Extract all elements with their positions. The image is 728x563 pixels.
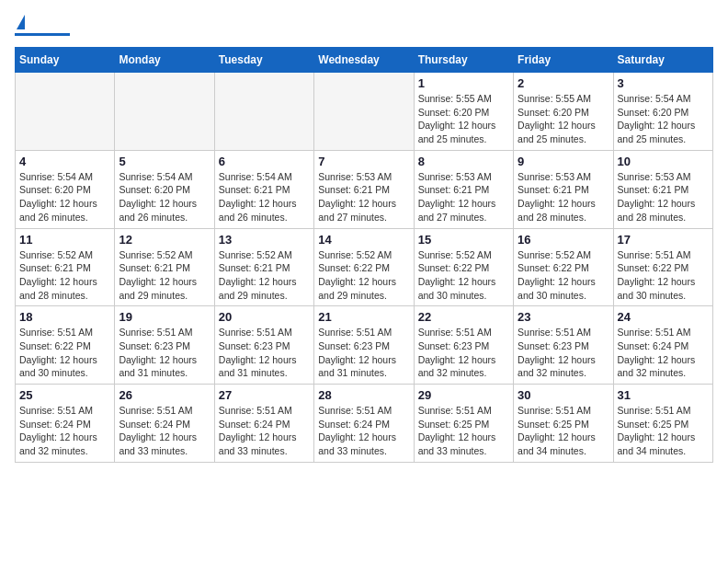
logo-triangle-icon	[17, 15, 25, 29]
calendar-cell	[16, 73, 115, 151]
calendar-cell: 28Sunrise: 5:51 AM Sunset: 6:24 PM Dayli…	[314, 385, 414, 463]
day-number: 21	[318, 310, 409, 324]
calendar-cell: 4Sunrise: 5:54 AM Sunset: 6:20 PM Daylig…	[16, 150, 115, 228]
day-info: Sunrise: 5:51 AM Sunset: 6:23 PM Dayligh…	[418, 326, 509, 380]
day-number: 23	[518, 310, 609, 324]
day-info: Sunrise: 5:51 AM Sunset: 6:24 PM Dayligh…	[219, 404, 310, 458]
day-info: Sunrise: 5:51 AM Sunset: 6:23 PM Dayligh…	[518, 326, 609, 380]
day-info: Sunrise: 5:55 AM Sunset: 6:20 PM Dayligh…	[518, 92, 609, 146]
day-info: Sunrise: 5:51 AM Sunset: 6:24 PM Dayligh…	[119, 404, 210, 458]
day-info: Sunrise: 5:54 AM Sunset: 6:20 PM Dayligh…	[618, 92, 709, 146]
day-info: Sunrise: 5:54 AM Sunset: 6:20 PM Dayligh…	[119, 170, 210, 224]
calendar-cell: 6Sunrise: 5:54 AM Sunset: 6:21 PM Daylig…	[214, 150, 313, 228]
calendar-cell	[314, 73, 414, 151]
calendar-cell: 23Sunrise: 5:51 AM Sunset: 6:23 PM Dayli…	[514, 306, 613, 385]
day-number: 2	[518, 76, 609, 90]
day-info: Sunrise: 5:51 AM Sunset: 6:23 PM Dayligh…	[119, 326, 210, 380]
day-number: 19	[119, 310, 210, 324]
calendar-cell: 10Sunrise: 5:53 AM Sunset: 6:21 PM Dayli…	[613, 150, 712, 228]
day-number: 26	[119, 388, 210, 402]
day-info: Sunrise: 5:52 AM Sunset: 6:21 PM Dayligh…	[19, 248, 110, 303]
logo	[15, 15, 70, 36]
day-number: 25	[19, 388, 110, 402]
weekday-header-monday: Monday	[115, 48, 214, 73]
day-info: Sunrise: 5:51 AM Sunset: 6:25 PM Dayligh…	[418, 404, 509, 458]
weekday-header-sunday: Sunday	[16, 48, 115, 73]
day-number: 22	[418, 310, 509, 324]
day-number: 28	[318, 388, 409, 402]
calendar-cell: 12Sunrise: 5:52 AM Sunset: 6:21 PM Dayli…	[115, 228, 214, 306]
day-info: Sunrise: 5:54 AM Sunset: 6:21 PM Dayligh…	[219, 170, 310, 224]
day-info: Sunrise: 5:51 AM Sunset: 6:24 PM Dayligh…	[318, 404, 409, 458]
day-number: 4	[19, 155, 110, 168]
calendar-cell: 1Sunrise: 5:55 AM Sunset: 6:20 PM Daylig…	[414, 73, 513, 151]
day-info: Sunrise: 5:53 AM Sunset: 6:21 PM Dayligh…	[618, 170, 709, 224]
day-number: 31	[618, 388, 709, 402]
calendar-cell: 21Sunrise: 5:51 AM Sunset: 6:23 PM Dayli…	[314, 306, 414, 385]
weekday-header-friday: Friday	[514, 48, 613, 73]
day-number: 1	[418, 76, 509, 90]
calendar-cell: 8Sunrise: 5:53 AM Sunset: 6:21 PM Daylig…	[414, 150, 513, 228]
day-number: 20	[219, 310, 310, 324]
calendar-cell: 9Sunrise: 5:53 AM Sunset: 6:21 PM Daylig…	[514, 150, 613, 228]
calendar-week-row: 18Sunrise: 5:51 AM Sunset: 6:22 PM Dayli…	[16, 306, 713, 385]
day-info: Sunrise: 5:51 AM Sunset: 6:23 PM Dayligh…	[318, 326, 409, 380]
day-info: Sunrise: 5:54 AM Sunset: 6:20 PM Dayligh…	[19, 170, 110, 224]
day-number: 7	[318, 155, 409, 168]
day-number: 17	[618, 233, 709, 247]
calendar-cell: 5Sunrise: 5:54 AM Sunset: 6:20 PM Daylig…	[115, 150, 214, 228]
day-info: Sunrise: 5:52 AM Sunset: 6:21 PM Dayligh…	[219, 248, 310, 303]
page-header	[15, 15, 713, 36]
day-number: 9	[518, 155, 609, 168]
calendar-cell: 13Sunrise: 5:52 AM Sunset: 6:21 PM Dayli…	[214, 228, 313, 306]
calendar-cell: 27Sunrise: 5:51 AM Sunset: 6:24 PM Dayli…	[214, 385, 313, 463]
day-info: Sunrise: 5:51 AM Sunset: 6:24 PM Dayligh…	[19, 404, 110, 458]
day-number: 16	[518, 233, 609, 247]
calendar-cell: 31Sunrise: 5:51 AM Sunset: 6:25 PM Dayli…	[613, 385, 712, 463]
weekday-header-wednesday: Wednesday	[314, 48, 414, 73]
day-info: Sunrise: 5:51 AM Sunset: 6:22 PM Dayligh…	[19, 326, 110, 380]
calendar-cell: 7Sunrise: 5:53 AM Sunset: 6:21 PM Daylig…	[314, 150, 414, 228]
calendar-cell: 16Sunrise: 5:52 AM Sunset: 6:22 PM Dayli…	[514, 228, 613, 306]
calendar-cell: 14Sunrise: 5:52 AM Sunset: 6:22 PM Dayli…	[314, 228, 414, 306]
weekday-header-tuesday: Tuesday	[214, 48, 313, 73]
day-number: 8	[418, 155, 509, 168]
day-info: Sunrise: 5:51 AM Sunset: 6:25 PM Dayligh…	[518, 404, 609, 458]
weekday-header-thursday: Thursday	[414, 48, 513, 73]
day-number: 30	[518, 388, 609, 402]
calendar-cell: 19Sunrise: 5:51 AM Sunset: 6:23 PM Dayli…	[115, 306, 214, 385]
day-info: Sunrise: 5:51 AM Sunset: 6:22 PM Dayligh…	[618, 248, 709, 303]
day-number: 3	[618, 76, 709, 90]
day-info: Sunrise: 5:53 AM Sunset: 6:21 PM Dayligh…	[418, 170, 509, 224]
day-info: Sunrise: 5:52 AM Sunset: 6:22 PM Dayligh…	[518, 248, 609, 303]
calendar-cell	[214, 73, 313, 151]
logo-underline	[15, 33, 70, 36]
calendar-week-row: 11Sunrise: 5:52 AM Sunset: 6:21 PM Dayli…	[16, 228, 713, 306]
day-number: 5	[119, 155, 210, 168]
calendar-week-row: 1Sunrise: 5:55 AM Sunset: 6:20 PM Daylig…	[16, 73, 713, 151]
calendar-cell: 17Sunrise: 5:51 AM Sunset: 6:22 PM Dayli…	[613, 228, 712, 306]
day-number: 14	[318, 233, 409, 247]
calendar-cell: 22Sunrise: 5:51 AM Sunset: 6:23 PM Dayli…	[414, 306, 513, 385]
day-number: 24	[618, 310, 709, 324]
day-info: Sunrise: 5:53 AM Sunset: 6:21 PM Dayligh…	[518, 170, 609, 224]
day-number: 12	[119, 233, 210, 247]
day-number: 13	[219, 233, 310, 247]
calendar-week-row: 25Sunrise: 5:51 AM Sunset: 6:24 PM Dayli…	[16, 385, 713, 463]
calendar-cell: 2Sunrise: 5:55 AM Sunset: 6:20 PM Daylig…	[514, 73, 613, 151]
calendar-header-row: SundayMondayTuesdayWednesdayThursdayFrid…	[16, 48, 713, 73]
calendar-cell: 20Sunrise: 5:51 AM Sunset: 6:23 PM Dayli…	[214, 306, 313, 385]
calendar-cell	[115, 73, 214, 151]
day-info: Sunrise: 5:51 AM Sunset: 6:24 PM Dayligh…	[618, 326, 709, 380]
day-info: Sunrise: 5:55 AM Sunset: 6:20 PM Dayligh…	[418, 92, 509, 146]
calendar-cell: 18Sunrise: 5:51 AM Sunset: 6:22 PM Dayli…	[16, 306, 115, 385]
weekday-header-saturday: Saturday	[613, 48, 712, 73]
calendar-cell: 24Sunrise: 5:51 AM Sunset: 6:24 PM Dayli…	[613, 306, 712, 385]
calendar-cell: 3Sunrise: 5:54 AM Sunset: 6:20 PM Daylig…	[613, 73, 712, 151]
calendar-week-row: 4Sunrise: 5:54 AM Sunset: 6:20 PM Daylig…	[16, 150, 713, 228]
day-number: 18	[19, 310, 110, 324]
day-info: Sunrise: 5:53 AM Sunset: 6:21 PM Dayligh…	[318, 170, 409, 224]
day-info: Sunrise: 5:52 AM Sunset: 6:21 PM Dayligh…	[119, 248, 210, 303]
calendar-cell: 15Sunrise: 5:52 AM Sunset: 6:22 PM Dayli…	[414, 228, 513, 306]
day-number: 29	[418, 388, 509, 402]
